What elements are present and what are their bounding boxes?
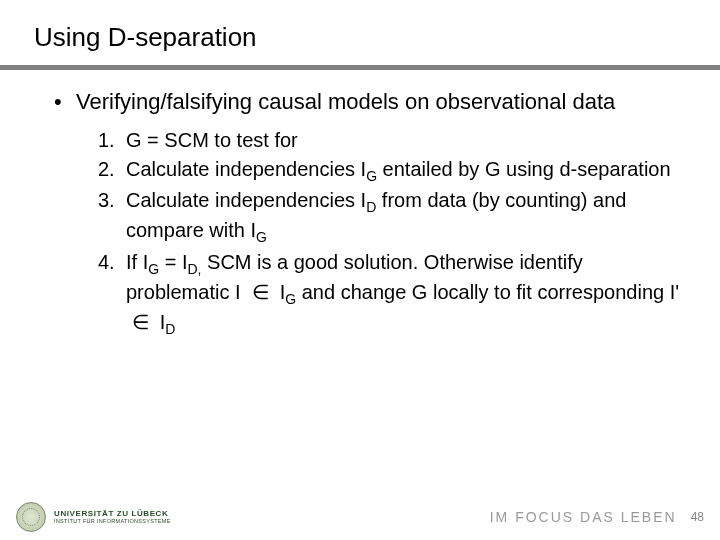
page-number: 48 [691, 510, 704, 524]
university-text: UNIVERSITÄT ZU LÜBECK INSTITUT FÜR INFOR… [54, 510, 171, 525]
list-item-text: Calculate independencies IG entailed by … [126, 158, 671, 180]
list-item-text: If IG = ID, SCM is a good solution. Othe… [126, 251, 679, 333]
slide: Using D-separation Verifying/falsifying … [0, 0, 720, 540]
footer-right: IM FOCUS DAS LEBEN 48 [490, 509, 704, 525]
list-item-text: G = SCM to test for [126, 129, 298, 151]
title-area: Using D-separation [0, 0, 720, 59]
top-bullet: Verifying/falsifying causal models on ob… [54, 88, 686, 117]
list-item-text: Calculate independencies ID from data (b… [126, 189, 626, 241]
list-item: Calculate independencies ID from data (b… [98, 187, 686, 247]
slide-title: Using D-separation [34, 22, 720, 53]
footer-left: UNIVERSITÄT ZU LÜBECK INSTITUT FÜR INFOR… [16, 502, 171, 532]
list-item: G = SCM to test for [98, 127, 686, 154]
institute-name: INSTITUT FÜR INFORMATIONSSYSTEME [54, 519, 171, 525]
university-seal-icon [16, 502, 46, 532]
university-name: UNIVERSITÄT ZU LÜBECK [54, 510, 171, 518]
list-item: If IG = ID, SCM is a good solution. Othe… [98, 249, 686, 339]
numbered-list: G = SCM to test for Calculate independen… [54, 127, 686, 339]
list-item: Calculate independencies IG entailed by … [98, 156, 686, 186]
tagline: IM FOCUS DAS LEBEN [490, 509, 677, 525]
body-area: Verifying/falsifying causal models on ob… [0, 70, 720, 339]
footer: UNIVERSITÄT ZU LÜBECK INSTITUT FÜR INFOR… [0, 498, 720, 540]
